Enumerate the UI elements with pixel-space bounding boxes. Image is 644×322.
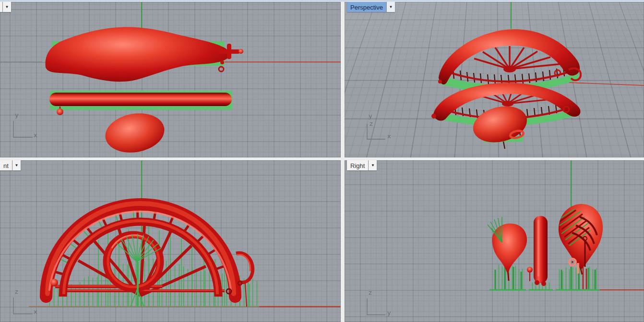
viewport-title-button-perspective[interactable]: Perspective ▼ (347, 2, 395, 12)
axis-x-positive (569, 83, 644, 85)
axis-indicator-lines (362, 294, 390, 321)
axis-label-horizontal: x (34, 308, 37, 315)
axis-indicator-lines (362, 117, 390, 144)
axis-indicator-lines (9, 293, 36, 320)
axis-label-depth: z (370, 120, 373, 127)
axis-label-horizontal: x (34, 131, 37, 139)
viewport-right[interactable]: Right ▼ z y (345, 160, 644, 322)
model-teardrop[interactable] (559, 204, 603, 274)
axis-label-horizontal: x (387, 132, 391, 140)
model-canvas-front[interactable] (0, 160, 341, 322)
viewport-front[interactable]: nt ▼ z x (0, 160, 341, 322)
model-arch-left-ball[interactable] (50, 279, 58, 286)
axis-indicator-top: y x (9, 116, 36, 143)
axis-label-horizontal: y (387, 309, 391, 316)
axis-label-vertical: y (369, 112, 372, 119)
axis-label-vertical: z (369, 289, 372, 296)
model-bean[interactable] (102, 109, 167, 157)
viewport-divider-vertical[interactable] (341, 2, 345, 322)
viewport-perspective[interactable]: Perspective ▼ y z x (345, 2, 644, 157)
viewport-dropdown-icon-top[interactable]: ▼ (2, 2, 11, 12)
viewport-title-button-front[interactable]: nt ▼ (0, 160, 21, 170)
model-canvas-top[interactable] (0, 2, 341, 157)
rhino-4view-workspace: ▼ y x (0, 0, 644, 322)
viewport-divider-horizontal[interactable] (0, 157, 644, 160)
viewport-title-right[interactable]: Right (347, 160, 368, 170)
model-cylinder[interactable] (527, 216, 548, 286)
viewport-title-perspective[interactable]: Perspective (347, 2, 386, 12)
model-bar[interactable] (49, 93, 232, 115)
viewport-title-front[interactable]: nt (0, 160, 12, 170)
viewport-title-button-top[interactable]: ▼ (0, 2, 11, 12)
axis-indicator-front: z x (9, 293, 36, 320)
viewport-top[interactable]: ▼ y x (0, 2, 341, 157)
viewport-dropdown-icon-perspective[interactable]: ▼ (386, 2, 395, 12)
axis-label-vertical: y (15, 111, 19, 119)
axis-label-vertical: z (15, 288, 18, 295)
viewport-title-button-right[interactable]: Right ▼ (347, 160, 377, 170)
axis-indicator-perspective: y z x (362, 117, 390, 144)
axis-indicator-right: z y (362, 294, 390, 321)
axis-indicator-lines (9, 116, 36, 143)
viewport-dropdown-icon-front[interactable]: ▼ (12, 160, 21, 170)
viewport-dropdown-icon-right[interactable]: ▼ (368, 160, 377, 170)
model-s-shell[interactable] (46, 27, 229, 82)
